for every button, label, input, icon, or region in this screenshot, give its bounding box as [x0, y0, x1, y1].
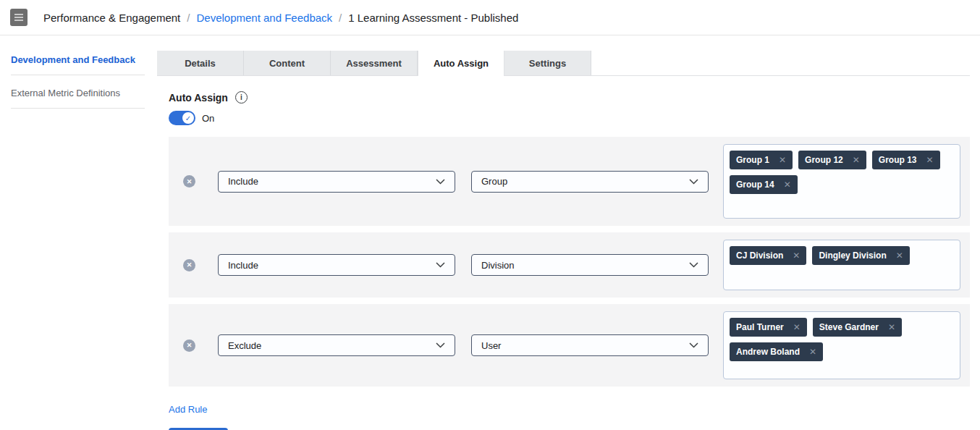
remove-tag-icon[interactable]: ✕ — [793, 250, 800, 261]
remove-tag-icon[interactable]: ✕ — [779, 155, 786, 165]
tab-content[interactable]: Content — [244, 51, 331, 75]
chevron-down-icon — [436, 179, 445, 185]
main-panel: Details Content Assessment Auto Assign S… — [157, 35, 980, 430]
tab-details[interactable]: Details — [157, 51, 244, 75]
type-select-value: Division — [481, 260, 515, 271]
chevron-down-icon — [689, 262, 698, 268]
sidebar-item-development-and-feedback[interactable]: Development and Feedback — [11, 54, 145, 75]
condition-select-value: Include — [228, 176, 258, 187]
remove-tag-icon[interactable]: ✕ — [926, 155, 934, 165]
info-icon[interactable]: i — [235, 91, 248, 104]
tag-chip: Group 13 ✕ — [872, 151, 940, 169]
condition-select-value: Include — [228, 260, 258, 271]
tag-chip-label: Group 13 — [879, 155, 917, 165]
remove-rule-icon[interactable]: ✕ — [183, 259, 195, 271]
remove-rule-icon[interactable]: ✕ — [183, 175, 195, 187]
breadcrumb-separator: / — [187, 12, 190, 24]
tag-chip: Paul Turner ✕ — [730, 318, 807, 337]
type-select[interactable]: Division — [471, 254, 709, 276]
sidebar: Development and Feedback External Metric… — [0, 35, 157, 109]
condition-select[interactable]: Include — [218, 171, 455, 193]
rule-row: ✕ Exclude User — [169, 304, 970, 387]
hamburger-menu-icon[interactable] — [10, 9, 28, 26]
chevron-down-icon — [436, 262, 445, 268]
chevron-down-icon — [689, 179, 698, 185]
tag-chip: Group 12 ✕ — [798, 151, 866, 169]
add-rule-link[interactable]: Add Rule — [169, 404, 207, 415]
tag-chip-label: Group 1 — [736, 155, 769, 165]
tab-auto-assign[interactable]: Auto Assign — [418, 51, 504, 76]
tag-chip: Andrew Boland ✕ — [730, 342, 823, 361]
tag-chip-label: Group 12 — [805, 155, 843, 165]
tag-chip: Dingley Division ✕ — [812, 246, 909, 265]
auto-assign-toggle[interactable]: ✓ — [169, 111, 195, 125]
breadcrumb-item-development-and-feedback[interactable]: Development and Feedback — [196, 12, 332, 24]
tab-assessment[interactable]: Assessment — [331, 51, 418, 75]
tag-chip-label: Steve Gardner — [819, 322, 879, 332]
chevron-down-icon — [436, 342, 445, 348]
type-select-value: Group — [481, 176, 507, 187]
tab-settings[interactable]: Settings — [504, 51, 591, 75]
breadcrumb: Performance & Engagement / Development a… — [43, 12, 518, 24]
toggle-state-label: On — [202, 113, 214, 124]
type-select[interactable]: User — [471, 334, 709, 356]
remove-tag-icon[interactable]: ✕ — [888, 322, 895, 332]
remove-tag-icon[interactable]: ✕ — [853, 155, 860, 165]
tag-chip: Steve Gardner ✕ — [813, 318, 902, 337]
condition-select[interactable]: Include — [218, 254, 455, 276]
tag-chip-label: Dingley Division — [819, 250, 886, 261]
condition-select[interactable]: Exclude — [218, 334, 455, 356]
tags-input-box[interactable]: CJ Division ✕ Dingley Division ✕ — [723, 240, 960, 290]
remove-tag-icon[interactable]: ✕ — [809, 347, 816, 357]
breadcrumb-item-learning-assessment: 1 Learning Assessment - Published — [348, 12, 518, 24]
tag-chip: Group 14 ✕ — [730, 175, 798, 194]
tag-chip: CJ Division ✕ — [730, 246, 806, 265]
rule-row: ✕ Include Group — [169, 137, 970, 226]
tags-input-box[interactable]: Group 1 ✕ Group 12 ✕ Group 13 ✕ Group — [723, 144, 960, 219]
tag-chip-label: Andrew Boland — [736, 347, 800, 357]
tag-chip-label: Paul Turner — [736, 322, 784, 332]
remove-tag-icon[interactable]: ✕ — [784, 180, 791, 190]
rule-row: ✕ Include Division — [169, 232, 970, 298]
remove-rule-icon[interactable]: ✕ — [183, 340, 195, 352]
tags-input-box[interactable]: Paul Turner ✕ Steve Gardner ✕ Andrew Bol… — [723, 311, 960, 379]
type-select-value: User — [481, 340, 501, 351]
auto-assign-title: Auto Assign — [169, 92, 228, 104]
rules-list: ✕ Include Group — [169, 137, 970, 387]
sidebar-item-external-metric-definitions[interactable]: External Metric Definitions — [11, 75, 145, 109]
toggle-check-icon: ✓ — [182, 112, 194, 124]
top-header: Performance & Engagement / Development a… — [0, 0, 980, 35]
breadcrumb-separator: / — [339, 12, 342, 24]
tag-chip-label: CJ Division — [736, 250, 783, 261]
remove-tag-icon[interactable]: ✕ — [896, 250, 903, 261]
chevron-down-icon — [689, 342, 698, 348]
auto-assign-panel: Auto Assign i ✓ On ✕ Include — [157, 76, 970, 430]
tag-chip: Group 1 ✕ — [730, 151, 793, 169]
remove-tag-icon[interactable]: ✕ — [793, 322, 801, 332]
tag-chip-label: Group 14 — [736, 180, 774, 190]
breadcrumb-item-performance-engagement: Performance & Engagement — [43, 12, 180, 24]
tab-bar: Details Content Assessment Auto Assign S… — [157, 51, 970, 76]
type-select[interactable]: Group — [471, 171, 709, 193]
condition-select-value: Exclude — [228, 340, 261, 351]
